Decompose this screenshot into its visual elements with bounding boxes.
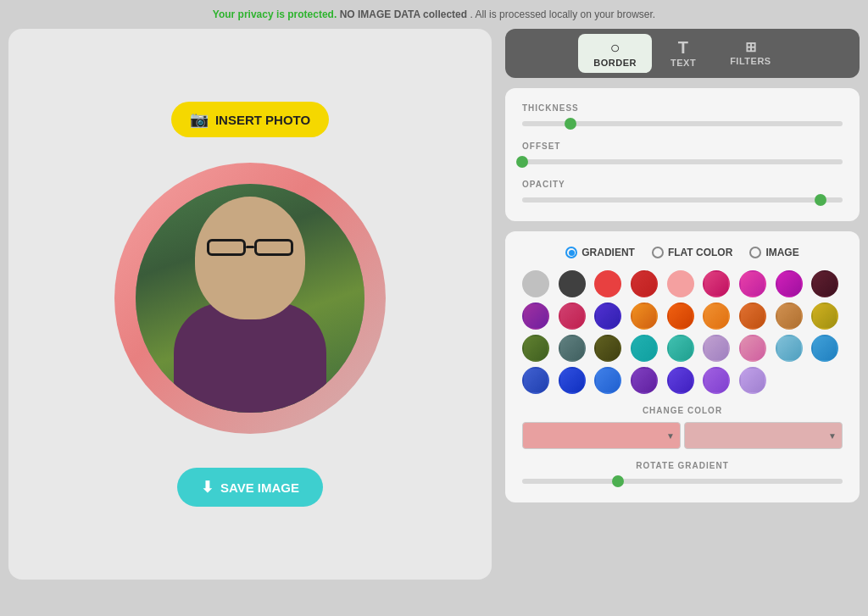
color-swatch-grid	[522, 270, 843, 394]
opacity-knob[interactable]	[815, 194, 826, 206]
save-image-button[interactable]: ⬇ SAVE IMAGE	[177, 468, 323, 507]
color-card: GRADIENT FLAT COLOR IMAGE CHANGE COLOR	[505, 231, 860, 502]
insert-photo-label: INSERT PHOTO	[215, 113, 310, 127]
color-swatch[interactable]	[559, 335, 586, 362]
image-radio[interactable]: IMAGE	[749, 247, 798, 258]
rotate-gradient-section: ROTATE GRADIENT	[522, 461, 843, 487]
rotate-gradient-label: ROTATE GRADIENT	[522, 461, 843, 470]
color-dropdowns: ▼ ▼	[522, 422, 843, 449]
color-swatch[interactable]	[522, 302, 549, 330]
color-swatch[interactable]	[522, 367, 549, 394]
offset-knob[interactable]	[516, 156, 528, 168]
rotate-gradient-slider[interactable]	[522, 475, 843, 487]
flat-radio-circle	[652, 247, 664, 258]
dropdown-right-arrow: ▼	[685, 423, 842, 448]
color-swatch[interactable]	[559, 367, 586, 394]
avatar-photo	[136, 184, 364, 413]
color-swatch[interactable]	[739, 367, 766, 394]
tab-border[interactable]: ○ BORDER	[578, 34, 652, 73]
thickness-knob[interactable]	[565, 118, 576, 130]
tab-filters[interactable]: ⊞ FILTERS	[715, 36, 787, 71]
color-swatch[interactable]	[739, 335, 766, 362]
offset-track	[522, 159, 843, 164]
camera-icon: 📷	[190, 110, 209, 129]
color-swatch[interactable]	[594, 302, 621, 330]
thickness-slider[interactable]	[522, 118, 843, 130]
color-swatch[interactable]	[522, 335, 549, 362]
rotate-gradient-track	[522, 479, 843, 484]
color-swatch[interactable]	[703, 302, 730, 330]
flat-color-radio[interactable]: FLAT COLOR	[652, 247, 732, 258]
color-swatch[interactable]	[594, 367, 621, 394]
color-dropdown-left[interactable]: ▼	[522, 422, 681, 449]
color-swatch[interactable]	[667, 302, 694, 330]
filters-icon: ⊞	[745, 41, 757, 54]
privacy-text-protected: Your privacy is protected.	[213, 8, 337, 20]
dropdown-left-arrow: ▼	[523, 423, 680, 448]
color-dropdown-right[interactable]: ▼	[684, 422, 843, 449]
color-swatch[interactable]	[703, 270, 730, 297]
save-image-label: SAVE IMAGE	[220, 480, 299, 495]
gradient-label: GRADIENT	[581, 247, 635, 258]
left-panel: 📷 INSERT PHOTO	[8, 29, 492, 580]
color-swatch[interactable]	[703, 335, 730, 362]
download-icon: ⬇	[201, 478, 214, 497]
thickness-track	[522, 121, 843, 126]
color-swatch[interactable]	[667, 270, 694, 297]
color-swatch[interactable]	[667, 367, 694, 394]
tab-border-label: BORDER	[593, 58, 637, 68]
privacy-text-local: . All is processed locally on your brows…	[470, 8, 655, 20]
tabs-bar: ○ BORDER T TEXT ⊞ FILTERS	[505, 29, 860, 78]
change-color-label: CHANGE COLOR	[522, 406, 843, 415]
text-icon: T	[678, 39, 689, 56]
color-swatch[interactable]	[594, 335, 621, 362]
gradient-radio[interactable]: GRADIENT	[565, 247, 635, 258]
color-mode-group: GRADIENT FLAT COLOR IMAGE	[522, 247, 843, 258]
change-color-section: CHANGE COLOR ▼ ▼	[522, 406, 843, 449]
opacity-group: OPACITY	[522, 180, 843, 206]
avatar-border	[114, 163, 386, 434]
color-swatch[interactable]	[594, 270, 621, 297]
main-layout: 📷 INSERT PHOTO	[8, 29, 860, 580]
gradient-radio-circle	[565, 247, 577, 258]
tab-text[interactable]: T TEXT	[655, 34, 711, 73]
rotate-gradient-knob[interactable]	[612, 475, 624, 487]
opacity-label: OPACITY	[522, 180, 843, 189]
insert-photo-button[interactable]: 📷 INSERT PHOTO	[171, 102, 329, 137]
tab-text-label: TEXT	[670, 58, 696, 68]
thickness-label: THICKNESS	[522, 103, 843, 113]
color-swatch[interactable]	[631, 335, 658, 362]
offset-label: OFFSET	[522, 142, 843, 151]
person-head	[195, 197, 305, 319]
color-swatch[interactable]	[811, 270, 838, 297]
color-swatch[interactable]	[776, 335, 803, 362]
color-swatch[interactable]	[703, 367, 730, 394]
color-swatch[interactable]	[522, 270, 549, 297]
color-swatch[interactable]	[559, 302, 586, 330]
color-swatch[interactable]	[667, 335, 694, 362]
avatar-photo-inner	[136, 184, 364, 413]
color-swatch[interactable]	[631, 367, 658, 394]
thickness-group: THICKNESS	[522, 103, 843, 130]
color-swatch[interactable]	[811, 335, 838, 362]
color-swatch[interactable]	[776, 270, 803, 297]
color-swatch[interactable]	[631, 270, 658, 297]
color-swatch[interactable]	[811, 302, 838, 330]
opacity-slider[interactable]	[522, 194, 843, 206]
opacity-track	[522, 197, 843, 203]
privacy-text-no-data: NO IMAGE DATA collected	[340, 8, 467, 20]
tab-filters-label: FILTERS	[730, 56, 771, 66]
border-icon: ○	[609, 39, 620, 56]
right-panel: ○ BORDER T TEXT ⊞ FILTERS THICKNESS	[505, 29, 860, 580]
offset-slider[interactable]	[522, 156, 843, 168]
color-swatch[interactable]	[739, 270, 766, 297]
color-swatch[interactable]	[631, 302, 658, 330]
color-swatch[interactable]	[559, 270, 586, 297]
image-radio-circle	[749, 247, 761, 258]
sliders-card: THICKNESS OFFSET OPACITY	[505, 88, 860, 221]
color-swatch[interactable]	[739, 302, 766, 330]
color-swatch[interactable]	[776, 302, 803, 330]
privacy-bar: Your privacy is protected. NO IMAGE DATA…	[213, 8, 655, 20]
flat-color-label: FLAT COLOR	[668, 247, 732, 258]
image-label: IMAGE	[765, 247, 798, 258]
